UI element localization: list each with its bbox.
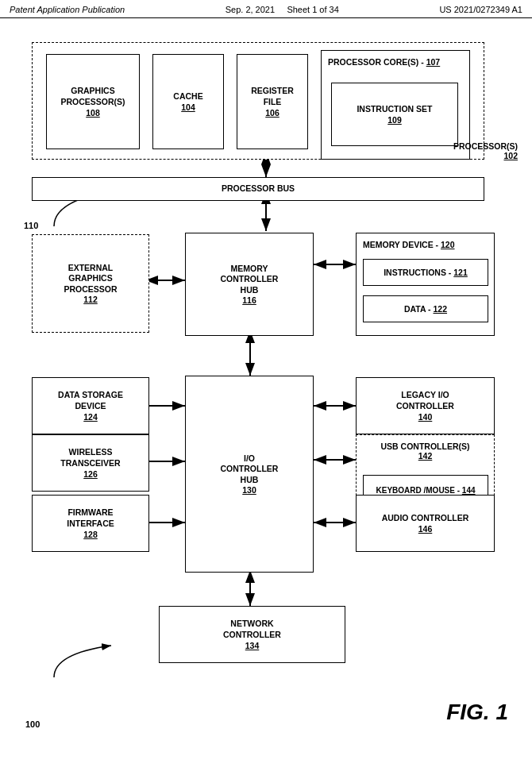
register-file-label: REGISTERFILE <box>251 86 294 107</box>
cache-num: 104 <box>181 102 195 112</box>
network-controller-num: 134 <box>245 641 260 650</box>
legacy-io-box: LEGACY I/OCONTROLLER 140 <box>356 377 495 434</box>
legacy-io-label: LEGACY I/OCONTROLLER <box>396 390 454 411</box>
firmware-interface-num: 128 <box>83 530 98 539</box>
header-date: Sep. 2, 2021 <box>226 5 275 14</box>
instruction-set-num: 109 <box>387 115 402 125</box>
memory-device-label: MEMORY DEVICE - 120 <box>363 240 490 249</box>
memory-controller-hub-box: MEMORYCONTROLLERHUB 116 <box>185 233 314 336</box>
processor-ref-label: PROCESSOR(S)102 <box>453 141 518 160</box>
header-sheet: Sheet 1 of 34 <box>287 5 338 14</box>
register-file-box: REGISTERFILE 106 <box>237 54 308 149</box>
data-label: DATA - 122 <box>404 304 447 314</box>
memory-controller-hub-label: MEMORYCONTROLLERHUB <box>221 264 279 296</box>
audio-controller-num: 146 <box>418 524 433 534</box>
memory-controller-hub-num: 116 <box>242 295 256 305</box>
external-graphics-num: 112 <box>83 295 98 304</box>
memory-device-outer-box: MEMORY DEVICE - 120 INSTRUCTIONS - 121 D… <box>356 233 495 336</box>
firmware-interface-box: FIRMWAREINTERFACE 128 <box>32 495 149 552</box>
keyboard-mouse-label: KEYBOARD /MOUSE - 144 <box>376 486 475 495</box>
data-storage-box: DATA STORAGEDEVICE 124 <box>32 377 149 434</box>
memory-device-num: 120 <box>441 240 455 249</box>
ref-110: 110 <box>24 221 38 230</box>
processor-bus-box: PROCESSOR BUS <box>32 177 484 201</box>
audio-controller-label: AUDIO CONTROLLER <box>382 513 469 524</box>
header-left: Patent Application Publication <box>10 5 125 14</box>
processor-cores-num: 107 <box>426 57 441 67</box>
header-center: Sep. 2, 2021 Sheet 1 of 34 <box>226 5 339 14</box>
graphics-processor-num: 108 <box>86 108 100 118</box>
processor-cores-label: PROCESSOR CORE(S) - 107 <box>328 57 440 67</box>
data-storage-num: 124 <box>83 412 98 422</box>
wireless-transceiver-label: WIRELESSTRANSCEIVER <box>60 447 120 469</box>
audio-controller-box: AUDIO CONTROLLER 146 <box>356 495 495 552</box>
network-controller-box: NETWORKCONTROLLER 134 <box>159 606 345 663</box>
cache-box: CACHE 104 <box>152 54 224 149</box>
graphics-processor-label: GRAPHICSPROCESSOR(S) <box>60 86 125 107</box>
header-right: US 2021/0272349 A1 <box>439 5 522 14</box>
instructions-label: INSTRUCTIONS - 121 <box>384 268 468 277</box>
network-controller-label: NETWORKCONTROLLER <box>223 619 281 640</box>
usb-label: USB CONTROLLER(S)142 <box>357 442 494 461</box>
instruction-set-label: INSTRUCTION SET <box>357 104 432 115</box>
io-controller-hub-label: I/OCONTROLLERHUB <box>221 453 279 486</box>
data-box: DATA - 122 <box>363 295 488 322</box>
instructions-box: INSTRUCTIONS - 121 <box>363 259 488 286</box>
ref-100: 100 <box>25 719 40 729</box>
wireless-transceiver-box: WIRELESSTRANSCEIVER 126 <box>32 434 149 492</box>
external-graphics-label: EXTERNALGRAPHICSPROCESSOR <box>64 263 117 295</box>
external-graphics-box: EXTERNALGRAPHICSPROCESSOR 112 <box>32 234 149 333</box>
cache-label: CACHE <box>173 91 202 102</box>
legacy-io-num: 140 <box>418 412 433 422</box>
page-header: Patent Application Publication Sep. 2, 2… <box>0 0 532 18</box>
processor-bus-label: PROCESSOR BUS <box>222 183 295 195</box>
data-storage-label: DATA STORAGEDEVICE <box>58 390 123 411</box>
io-controller-hub-box: I/OCONTROLLERHUB 130 <box>185 376 314 573</box>
graphics-processor-box: GRAPHICSPROCESSOR(S) 108 <box>46 54 140 149</box>
instruction-set-box: INSTRUCTION SET 109 <box>331 83 458 146</box>
wireless-transceiver-num: 126 <box>83 469 98 479</box>
io-controller-hub-num: 130 <box>242 485 256 495</box>
diagram: GRAPHICSPROCESSOR(S) 108 CACHE 104 REGIS… <box>0 18 532 773</box>
firmware-interface-label: FIRMWAREINTERFACE <box>67 507 114 529</box>
processor-cores-outer: PROCESSOR CORE(S) - 107 INSTRUCTION SET … <box>321 50 470 160</box>
register-file-num: 106 <box>265 108 279 118</box>
fig-label: FIG. 1 <box>446 700 508 725</box>
